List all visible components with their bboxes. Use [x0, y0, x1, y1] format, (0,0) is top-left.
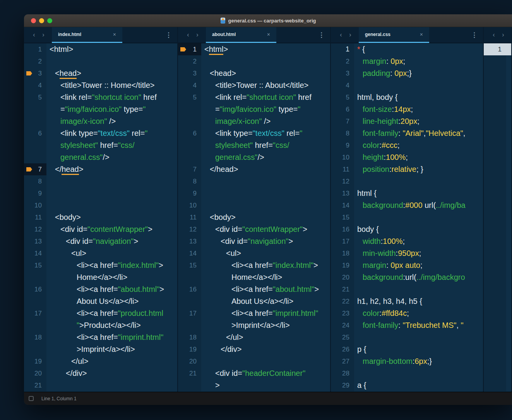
code-line[interactable] — [484, 295, 511, 307]
code-line[interactable]: 5<link rel="shortcut icon" href — [24, 91, 177, 103]
code-line[interactable]: 4<title>Tower :: About</title> — [178, 79, 330, 91]
tab-close-icon[interactable]: × — [267, 31, 270, 38]
line-number[interactable] — [178, 271, 201, 283]
code-line[interactable]: 17width:100%; — [331, 235, 483, 247]
code-line[interactable]: 12<div id="contentWrapper"> — [178, 223, 330, 235]
line-number[interactable]: 15 — [178, 259, 201, 271]
line-number[interactable] — [24, 271, 46, 283]
code-line[interactable] — [484, 283, 511, 295]
line-number[interactable] — [24, 139, 46, 151]
line-number[interactable] — [178, 103, 201, 115]
code-line[interactable] — [484, 115, 511, 127]
code-line[interactable]: 10 — [24, 199, 177, 211]
code-line[interactable]: About Us</a></li> — [24, 295, 177, 307]
code-line[interactable]: 5<link rel="shortcut icon" href — [178, 91, 330, 103]
line-number[interactable]: 25 — [331, 331, 354, 343]
line-number[interactable]: 10 — [331, 151, 354, 163]
line-number[interactable] — [484, 127, 506, 139]
nav-back-icon[interactable]: ‹ — [336, 31, 346, 38]
code-line[interactable]: 7</head> — [178, 163, 330, 175]
nav-forward-icon[interactable]: › — [193, 31, 202, 38]
line-number[interactable]: 29 — [331, 379, 354, 391]
code-line[interactable]: 18</ul> — [178, 331, 330, 343]
line-number[interactable]: 1 — [484, 43, 506, 55]
code-line[interactable]: 11<body> — [178, 211, 330, 223]
line-number[interactable]: 15 — [24, 259, 46, 271]
code-line[interactable]: 3<head> — [178, 67, 330, 79]
line-number[interactable]: 7 — [178, 163, 201, 175]
line-number[interactable] — [484, 79, 506, 91]
line-number[interactable] — [484, 223, 506, 235]
line-number[interactable]: 6 — [178, 127, 201, 139]
line-number[interactable]: 15 — [331, 211, 354, 223]
line-number[interactable]: 16 — [331, 223, 354, 235]
line-number[interactable]: 20 — [178, 355, 201, 367]
code-line[interactable] — [484, 199, 511, 211]
code-line[interactable]: 18<li><a href="imprint.html" — [24, 331, 177, 343]
code-line[interactable] — [484, 307, 511, 319]
code-line[interactable]: 1<html> — [178, 43, 330, 55]
code-line[interactable]: 13<div id="navigation"> — [178, 235, 330, 247]
code-line[interactable]: 6<link type="text/css" rel=" — [24, 127, 177, 139]
line-number[interactable]: 13 — [331, 187, 354, 199]
code-line[interactable]: 29a { — [331, 379, 483, 391]
line-number[interactable]: 5 — [331, 91, 354, 103]
line-number[interactable]: 18 — [24, 331, 46, 343]
code-line[interactable]: 18min-width:950px; — [331, 247, 483, 259]
line-number[interactable] — [484, 163, 506, 175]
code-line[interactable]: 4<title>Tower :: Home</title> — [24, 79, 177, 91]
code-line[interactable] — [484, 127, 511, 139]
tab-close-icon[interactable]: × — [420, 31, 423, 38]
code-line[interactable]: 21 — [24, 379, 177, 391]
line-number[interactable] — [178, 295, 201, 307]
line-number[interactable]: 13 — [24, 235, 46, 247]
code-line[interactable] — [484, 367, 511, 379]
code-line[interactable]: 1 — [484, 43, 511, 55]
code-line[interactable]: 12<div id="contentWrapper"> — [24, 223, 177, 235]
editor-area[interactable]: 1 — [484, 43, 511, 392]
line-number[interactable]: 16 — [24, 283, 46, 295]
code-line[interactable]: 2 — [178, 55, 330, 67]
line-number[interactable]: 18 — [331, 247, 354, 259]
line-number[interactable]: 8 — [24, 175, 46, 187]
code-line[interactable] — [484, 259, 511, 271]
code-line[interactable]: 13<div id="navigation"> — [24, 235, 177, 247]
code-line[interactable]: 9color:#ccc; — [331, 139, 483, 151]
code-line[interactable]: About Us</a></li> — [178, 295, 330, 307]
code-line[interactable] — [484, 67, 511, 79]
line-number[interactable]: 6 — [331, 103, 354, 115]
bookmark-icon[interactable] — [26, 71, 32, 75]
status-square-icon[interactable] — [29, 396, 34, 401]
line-number[interactable]: 4 — [331, 79, 354, 91]
line-number[interactable]: 11 — [331, 163, 354, 175]
code-line[interactable]: general.css"/> — [24, 151, 177, 163]
code-line[interactable]: ="img/favicon.ico" type=" — [178, 103, 330, 115]
code-line[interactable]: 14<ul> — [24, 247, 177, 259]
line-number[interactable] — [484, 235, 506, 247]
bookmark-icon[interactable] — [180, 47, 186, 51]
line-number[interactable]: 21 — [178, 367, 201, 379]
code-line[interactable]: 28 — [331, 367, 483, 379]
code-line[interactable]: 11position:relative; } — [331, 163, 483, 175]
code-line[interactable]: image/x-icon" /> — [178, 115, 330, 127]
line-number[interactable] — [24, 319, 46, 331]
line-number[interactable] — [24, 343, 46, 355]
code-line[interactable]: 16body { — [331, 223, 483, 235]
editor-area[interactable]: 1<html>23<head>4<title>Tower :: About</t… — [178, 43, 330, 392]
code-line[interactable]: 16<li><a href="about.html"> — [24, 283, 177, 295]
code-line[interactable]: 15 — [331, 211, 483, 223]
code-line[interactable]: 22h1, h2, h3, h4, h5 { — [331, 295, 483, 307]
code-line[interactable]: >Imprint</a></li> — [178, 319, 330, 331]
code-line[interactable] — [484, 91, 511, 103]
code-line[interactable] — [484, 163, 511, 175]
code-line[interactable]: 12 — [331, 175, 483, 187]
line-number[interactable]: 18 — [178, 331, 201, 343]
code-line[interactable]: 7</head> — [24, 163, 177, 175]
line-number[interactable]: 12 — [178, 223, 201, 235]
line-number[interactable]: 10 — [24, 199, 46, 211]
line-number[interactable] — [484, 55, 506, 67]
code-line[interactable]: >Imprint</a></li> — [24, 343, 177, 355]
line-number[interactable] — [484, 67, 506, 79]
line-number[interactable]: 11 — [24, 211, 46, 223]
line-number[interactable] — [484, 283, 506, 295]
